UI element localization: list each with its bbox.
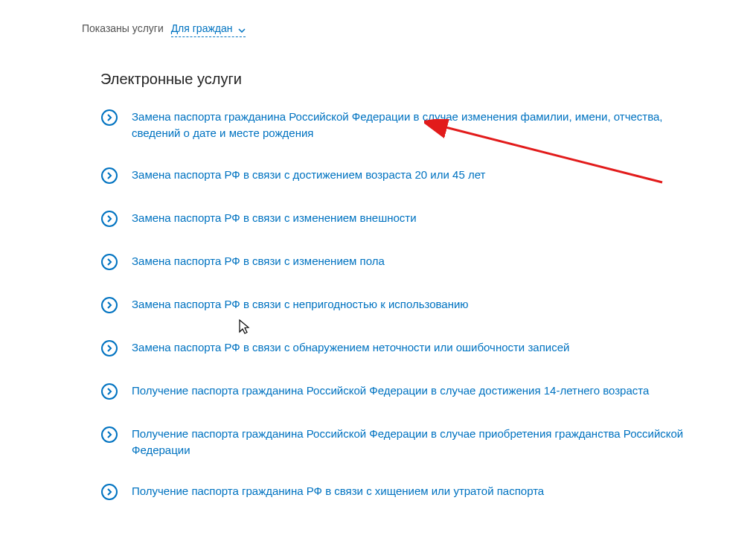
service-link-text: Замена паспорта РФ в связи с непригоднос… [132, 296, 469, 313]
filter-row: Показаны услуги Для граждан [82, 22, 756, 35]
services-list: Замена паспорта гражданина Российской Фе… [100, 109, 756, 501]
svg-point-4 [102, 298, 117, 313]
svg-point-8 [102, 485, 117, 499]
service-item-5[interactable]: Замена паспорта РФ в связи с обнаружение… [100, 339, 756, 357]
chevron-right-circle-icon [100, 253, 118, 271]
service-link-text: Получение паспорта гражданина Российской… [132, 383, 649, 399]
service-link-text: Замена паспорта гражданина Российской Фе… [132, 109, 712, 141]
chevron-right-circle-icon [100, 109, 118, 127]
chevron-right-circle-icon [100, 483, 118, 501]
service-link-text: Замена паспорта РФ в связи с изменением … [132, 253, 385, 269]
service-link-text: Замена паспорта РФ в связи с достижением… [132, 167, 485, 183]
svg-point-1 [102, 168, 117, 183]
chevron-down-icon [238, 23, 246, 35]
service-link-text: Замена паспорта РФ в связи с изменением … [132, 210, 417, 226]
chevron-right-circle-icon [100, 210, 118, 228]
service-item-0[interactable]: Замена паспорта гражданина Российской Фе… [100, 109, 756, 141]
service-item-8[interactable]: Получение паспорта гражданина РФ в связи… [100, 483, 756, 501]
service-item-3[interactable]: Замена паспорта РФ в связи с изменением … [100, 253, 756, 271]
svg-point-5 [102, 341, 117, 356]
service-link-text: Замена паспорта РФ в связи с обнаружение… [132, 339, 569, 356]
chevron-right-circle-icon [100, 296, 118, 314]
service-link-text: Получение паспорта гражданина РФ в связи… [132, 483, 544, 499]
service-item-4[interactable]: Замена паспорта РФ в связи с непригоднос… [100, 296, 756, 314]
svg-point-3 [102, 255, 117, 269]
chevron-right-circle-icon [100, 426, 118, 444]
service-item-2[interactable]: Замена паспорта РФ в связи с изменением … [100, 210, 756, 228]
filter-label: Показаны услуги [82, 22, 164, 34]
service-item-6[interactable]: Получение паспорта гражданина Российской… [100, 383, 756, 400]
svg-point-6 [102, 384, 117, 399]
svg-point-2 [102, 211, 117, 226]
svg-point-0 [102, 110, 117, 125]
svg-point-7 [102, 427, 117, 442]
service-item-7[interactable]: Получение паспорта гражданина Российской… [100, 426, 756, 458]
chevron-right-circle-icon [100, 383, 118, 400]
section-heading: Электронные услуги [100, 71, 756, 88]
filter-dropdown[interactable]: Для граждан [171, 22, 246, 37]
filter-selected-value: Для граждан [171, 22, 233, 34]
service-item-1[interactable]: Замена паспорта РФ в связи с достижением… [100, 167, 756, 185]
chevron-right-circle-icon [100, 339, 118, 357]
service-link-text: Получение паспорта гражданина Российской… [132, 426, 712, 458]
chevron-right-circle-icon [100, 167, 118, 185]
